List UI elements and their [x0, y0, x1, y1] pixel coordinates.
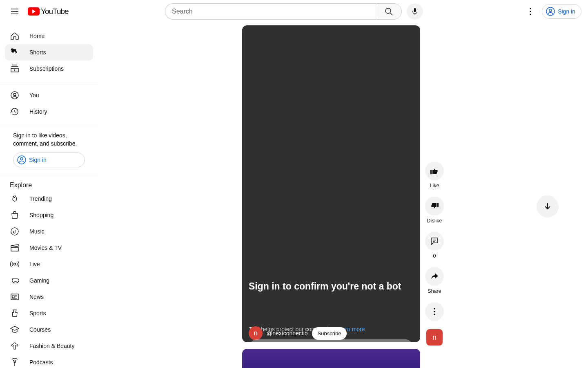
sidebar-item-shopping[interactable]: Shopping [5, 207, 93, 223]
next-short-peek[interactable] [242, 349, 420, 368]
channel-avatar[interactable]: n [249, 326, 263, 340]
sound-avatar[interactable]: n [426, 329, 443, 346]
sidebar-item-home[interactable]: Home [5, 28, 93, 44]
sidebar-item-label: You [29, 92, 39, 99]
sidebar-item-label: Podcasts [29, 359, 53, 366]
shorts-player-stage: Sign in to confirm you're not a bot This… [242, 25, 420, 342]
sidebar-item-label: Home [29, 33, 45, 39]
like-action[interactable]: Like [425, 162, 444, 188]
sign-in-button[interactable]: Sign in [542, 4, 581, 19]
sign-in-label: Sign in [29, 157, 47, 163]
subscribe-button[interactable]: Subscribe [312, 327, 347, 340]
sidebar-item-shorts[interactable]: Shorts [5, 44, 93, 61]
sidebar-item-gaming[interactable]: Gaming [5, 272, 93, 289]
voice-search-button[interactable] [407, 3, 423, 20]
user-circle-icon [10, 90, 20, 100]
svg-point-7 [549, 9, 552, 12]
comments-action[interactable]: 0 [425, 232, 444, 259]
sidebar-item-trending[interactable]: Trending [5, 191, 93, 207]
thumbs-up-icon [430, 166, 439, 176]
sidebar-item-history[interactable]: History [5, 103, 93, 120]
sidebar-item-label: Shorts [29, 49, 46, 56]
comments-count: 0 [433, 253, 436, 259]
explore-header: Explore [5, 179, 93, 191]
svg-point-0 [385, 8, 391, 13]
svg-point-3 [530, 8, 531, 9]
svg-point-17 [434, 311, 435, 312]
dislike-action[interactable]: Dislike [425, 197, 444, 224]
sidebar-item-label: Live [29, 261, 40, 267]
sidebar-you: You History [5, 87, 93, 125]
youtube-wordmark: YouTube [41, 7, 69, 16]
comment-icon [430, 236, 439, 246]
sidebar-item-sports[interactable]: Sports [5, 305, 93, 321]
search-input[interactable] [165, 3, 376, 20]
youtube-play-icon [28, 7, 40, 16]
svg-line-1 [390, 13, 393, 16]
svg-point-12 [11, 228, 18, 235]
sidebar-primary: Home Shorts Subscriptions [5, 28, 93, 82]
kebab-icon [526, 7, 535, 16]
svg-point-13 [14, 263, 16, 265]
dislike-label: Dislike [427, 218, 442, 224]
channel-row: n @nextconnectio Subscribe [249, 326, 347, 340]
sidebar-item-label: Subscriptions [29, 65, 64, 72]
gaming-icon [10, 276, 20, 285]
svg-point-11 [20, 158, 23, 160]
sports-icon [10, 308, 20, 318]
arrow-down-icon [543, 202, 552, 211]
shorts-video[interactable]: Sign in to confirm you're not a bot This… [242, 25, 420, 342]
sidebar-sign-in-button[interactable]: Sign in [13, 153, 85, 167]
divider [0, 125, 98, 125]
overlay-sign-in-button[interactable]: Sign in [249, 339, 414, 342]
sidebar-item-movies[interactable]: Movies & TV [5, 240, 93, 256]
sidebar-item-music[interactable]: Music [5, 223, 93, 240]
like-label: Like [430, 183, 439, 188]
sidebar-item-you[interactable]: You [5, 87, 93, 103]
settings-menu-button[interactable] [522, 3, 539, 20]
shopping-icon [10, 210, 20, 220]
sidebar-item-label: Courses [29, 326, 51, 333]
sidebar-item-live[interactable]: Live [5, 256, 93, 272]
movies-icon [10, 243, 20, 253]
search-button[interactable] [376, 3, 402, 20]
youtube-logo[interactable]: YouTube [28, 7, 69, 16]
more-action[interactable] [425, 302, 444, 321]
user-icon [546, 7, 555, 16]
sign-in-label: Sign in [558, 8, 575, 15]
sidebar-item-label: History [29, 108, 47, 115]
channel-handle[interactable]: @nextconnectio [267, 330, 308, 337]
trending-icon [10, 194, 20, 204]
news-icon [10, 292, 20, 302]
shorts-icon [10, 47, 20, 57]
svg-point-16 [434, 308, 435, 310]
share-action[interactable]: Share [425, 267, 444, 294]
divider [0, 174, 98, 174]
sidebar-item-podcasts[interactable]: Podcasts [5, 354, 93, 368]
sidebar-item-label: News [29, 294, 44, 300]
sidebar-item-label: Fashion & Beauty [29, 343, 75, 349]
hamburger-menu-button[interactable] [7, 3, 23, 20]
search-center [165, 3, 423, 20]
shorts-action-rail: Like Dislike 0 Share n [425, 162, 444, 346]
home-icon [10, 31, 20, 41]
sidebar-item-label: Trending [29, 195, 52, 202]
search-icon [384, 7, 394, 16]
sidebar-item-fashion[interactable]: Fashion & Beauty [5, 338, 93, 354]
sidebar-item-subscriptions[interactable]: Subscriptions [5, 61, 93, 77]
svg-point-5 [530, 13, 531, 15]
music-icon [10, 227, 20, 236]
sidebar-item-label: Music [29, 228, 45, 235]
signin-promo-text: Sign in to like videos, comment, and sub… [13, 132, 85, 148]
search-box [165, 3, 402, 20]
subscriptions-icon [10, 64, 20, 74]
fashion-icon [10, 341, 20, 351]
next-short-button[interactable] [537, 195, 559, 218]
user-icon [17, 155, 27, 165]
sidebar-item-label: Gaming [29, 277, 49, 284]
sidebar-item-courses[interactable]: Courses [5, 321, 93, 338]
courses-icon [10, 325, 20, 334]
sidebar-item-news[interactable]: News [5, 289, 93, 305]
share-label: Share [428, 288, 441, 294]
sidebar-explore: Trending Shopping Music Movies & TV Live… [5, 191, 93, 368]
